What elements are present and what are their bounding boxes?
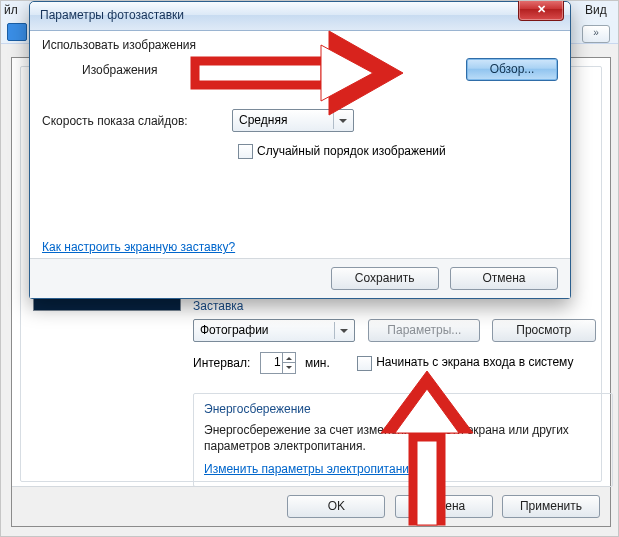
chevron-down-icon [333,112,351,129]
apply-button[interactable]: Применить [502,495,600,518]
interval-spinner[interactable] [260,352,296,374]
interval-label: Интервал: [193,356,250,370]
titlebar[interactable]: Параметры фотозаставки ✕ [30,2,570,31]
spinner-up-icon[interactable] [283,353,295,363]
use-images-label: Использовать изображения [42,38,242,52]
power-group: Энергосбережение Энергосбережение за сче… [193,393,613,487]
spinner-down-icon[interactable] [283,363,295,372]
cancel-button[interactable]: Отмена [395,495,493,518]
save-button[interactable]: Сохранить [331,267,439,290]
photo-screensaver-settings-dialog: Параметры фотозаставки ✕ Использовать из… [29,1,571,299]
interval-input[interactable] [261,353,283,371]
menu-view[interactable]: Вид [585,3,607,17]
on-resume-label: Начинать с экрана входа в систему [376,355,573,369]
power-text: Энергосбережение за счет изменения яркос… [204,422,602,454]
ok-button[interactable]: OK [287,495,385,518]
interval-unit: мин. [305,356,330,370]
settings-button[interactable]: Параметры... [368,319,480,342]
on-resume-checkbox[interactable]: Начинать с экрана входа в систему [357,355,573,370]
checkbox-icon [238,144,253,159]
images-label: Изображения [42,63,282,77]
close-button[interactable]: ✕ [518,0,564,21]
speed-combo[interactable]: Средняя [232,109,354,132]
saver-combo-value: Фотографии [200,323,269,337]
close-icon: ✕ [537,3,546,15]
checkbox-icon [357,356,372,371]
speed-combo-value: Средняя [239,113,287,127]
dialog-title: Параметры фотозаставки [40,8,184,22]
preview-button[interactable]: Просмотр [492,319,596,342]
chevron-down-icon [334,322,352,339]
toolbar-overflow-icon[interactable]: » [582,25,610,43]
power-settings-link[interactable]: Изменить параметры электропитания... [204,462,425,476]
saver-group-title: Заставка [193,299,613,313]
menu-file[interactable]: йл [4,3,18,17]
shuffle-label: Случайный порядок изображений [257,144,446,158]
speed-label: Скорость показа слайдов: [42,114,232,128]
app-icon [7,23,27,41]
saver-combo[interactable]: Фотографии [193,319,355,342]
cancel-button[interactable]: Отмена [450,267,558,290]
power-title: Энергосбережение [204,402,602,416]
shuffle-checkbox[interactable]: Случайный порядок изображений [238,144,446,159]
browse-button[interactable]: Обзор... [466,58,558,81]
help-link[interactable]: Как настроить экранную заставку? [42,240,235,254]
